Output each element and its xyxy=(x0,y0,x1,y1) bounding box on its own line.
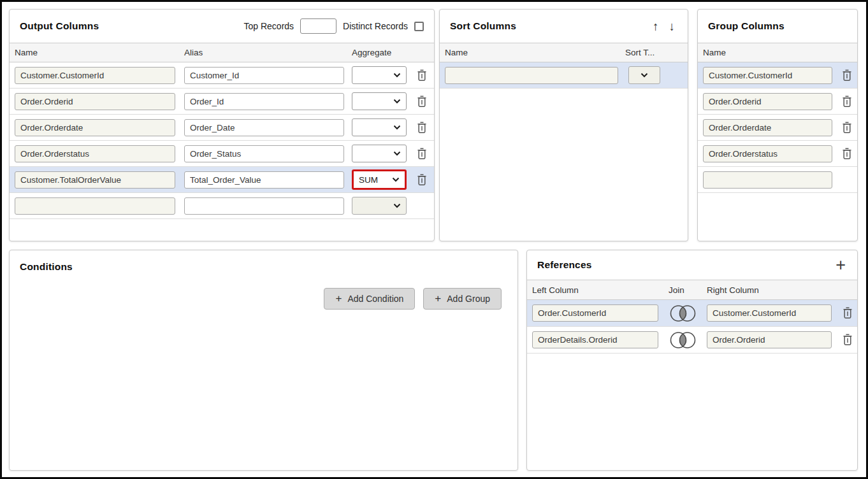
trash-icon xyxy=(842,122,852,134)
group-columns-titlebar: Group Columns xyxy=(698,10,857,43)
chevron-down-icon xyxy=(640,73,648,78)
sort-columns-header: Name Sort T... xyxy=(440,43,688,62)
query-designer: Output Columns Top Records Distinct Reco… xyxy=(0,0,868,479)
aggregate-select[interactable] xyxy=(352,145,407,162)
right-column-input[interactable] xyxy=(707,331,832,348)
sort-type-select[interactable] xyxy=(628,66,660,84)
output-columns-titlebar: Output Columns Top Records Distinct Reco… xyxy=(10,10,434,43)
chevron-down-icon xyxy=(392,177,400,182)
header-alias: Alias xyxy=(184,43,203,62)
aggregate-select[interactable] xyxy=(352,92,407,110)
group-column-row xyxy=(698,89,857,115)
header-name: Name xyxy=(445,43,468,62)
chevron-down-icon xyxy=(393,125,401,130)
output-column-row-selected: SUM xyxy=(10,167,434,193)
column-name-input[interactable] xyxy=(15,93,175,110)
delete-row-button[interactable] xyxy=(416,121,428,134)
reference-row xyxy=(527,327,857,354)
chevron-down-icon xyxy=(393,73,401,78)
column-alias-input[interactable] xyxy=(184,197,344,215)
column-alias-input[interactable] xyxy=(184,171,344,189)
column-name-input[interactable] xyxy=(15,197,175,215)
trash-icon xyxy=(417,174,427,186)
top-records-label: Top Records xyxy=(243,21,294,31)
column-name-input[interactable] xyxy=(15,119,175,136)
add-group-button[interactable]: + Add Group xyxy=(423,288,502,310)
inner-join-icon[interactable] xyxy=(670,331,696,352)
references-header: Left Column Join Right Column xyxy=(527,280,857,300)
column-name-input[interactable] xyxy=(15,171,175,189)
conditions-panel: Conditions + Add Condition + Add Group xyxy=(9,250,518,471)
move-up-icon[interactable]: ↑ xyxy=(653,20,659,32)
delete-row-button[interactable] xyxy=(416,147,428,161)
chevron-down-icon xyxy=(393,203,401,208)
add-condition-button[interactable]: + Add Condition xyxy=(324,288,415,310)
delete-row-button[interactable] xyxy=(841,333,854,347)
aggregate-value: SUM xyxy=(359,175,378,185)
aggregate-select[interactable] xyxy=(352,118,407,136)
header-left-column: Left Column xyxy=(532,280,579,299)
aggregate-select[interactable] xyxy=(352,197,407,215)
trash-icon xyxy=(417,69,427,82)
output-column-row xyxy=(10,141,434,167)
delete-row-button[interactable] xyxy=(841,306,854,320)
sort-columns-title: Sort Columns xyxy=(450,20,516,32)
add-reference-icon[interactable]: + xyxy=(835,257,847,274)
column-alias-input[interactable] xyxy=(184,93,344,110)
aggregate-select[interactable] xyxy=(352,66,407,84)
header-name: Name xyxy=(703,43,726,62)
group-name-input[interactable] xyxy=(703,119,832,136)
output-column-row-empty xyxy=(10,193,434,219)
header-join: Join xyxy=(669,280,684,299)
conditions-title: Conditions xyxy=(20,261,73,273)
sort-columns-panel: Sort Columns ↑ ↓ Name Sort T... xyxy=(439,9,688,241)
delete-row-button[interactable] xyxy=(841,95,853,108)
left-column-input[interactable] xyxy=(532,304,658,322)
add-condition-label: Add Condition xyxy=(347,294,403,304)
group-column-row-empty xyxy=(698,167,857,193)
group-name-input[interactable] xyxy=(703,145,832,162)
chevron-down-icon xyxy=(393,99,401,104)
trash-icon xyxy=(417,122,427,134)
output-columns-title: Output Columns xyxy=(20,20,99,32)
distinct-records-checkbox[interactable] xyxy=(414,22,424,31)
group-columns-header: Name xyxy=(698,43,857,62)
delete-row-button[interactable] xyxy=(841,147,853,161)
left-column-input[interactable] xyxy=(532,331,658,348)
sort-name-input[interactable] xyxy=(445,67,618,84)
group-column-row xyxy=(698,141,857,167)
move-down-icon[interactable]: ↓ xyxy=(669,20,676,32)
column-name-input[interactable] xyxy=(15,67,175,84)
group-columns-panel: Group Columns Name xyxy=(697,9,858,241)
trash-icon xyxy=(417,148,427,160)
header-name: Name xyxy=(15,43,38,62)
column-name-input[interactable] xyxy=(15,145,175,162)
column-alias-input[interactable] xyxy=(184,145,344,162)
references-title: References xyxy=(537,259,592,271)
delete-row-button[interactable] xyxy=(841,69,853,82)
header-sort-type: Sort T... xyxy=(625,43,655,62)
delete-row-button[interactable] xyxy=(416,69,428,82)
output-column-row xyxy=(10,62,434,89)
header-aggregate: Aggregate xyxy=(352,43,391,62)
top-records-input[interactable] xyxy=(300,18,336,34)
group-column-row xyxy=(698,115,857,141)
output-columns-panel: Output Columns Top Records Distinct Reco… xyxy=(9,9,435,241)
column-alias-input[interactable] xyxy=(184,67,344,84)
conditions-titlebar: Conditions xyxy=(10,250,517,283)
references-panel: References + Left Column Join Right Colu… xyxy=(526,250,858,471)
right-column-input[interactable] xyxy=(707,304,832,322)
aggregate-select-highlighted[interactable]: SUM xyxy=(352,169,407,190)
inner-join-icon[interactable] xyxy=(670,304,696,325)
group-name-input[interactable] xyxy=(703,93,832,110)
plus-icon: + xyxy=(435,292,441,305)
delete-row-button[interactable] xyxy=(841,121,853,134)
column-alias-input[interactable] xyxy=(184,119,344,136)
group-name-input[interactable] xyxy=(703,171,832,189)
group-column-row-selected xyxy=(698,62,857,89)
trash-icon xyxy=(842,96,852,108)
delete-row-button[interactable] xyxy=(416,95,428,108)
group-name-input[interactable] xyxy=(703,67,832,84)
delete-row-button[interactable] xyxy=(416,173,428,187)
trash-icon xyxy=(842,69,852,82)
